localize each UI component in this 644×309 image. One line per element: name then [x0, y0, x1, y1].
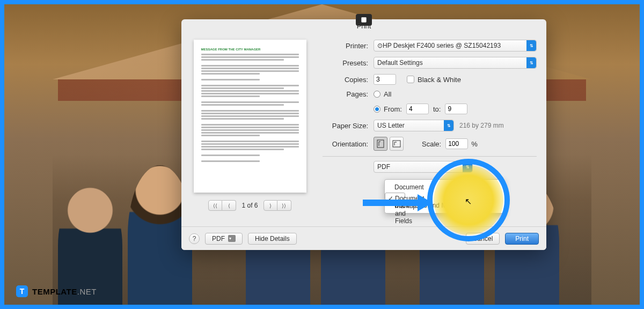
page-nav: ⟨⟨ ⟨ 1 of 6 ⟩ ⟩⟩ [208, 200, 291, 211]
preview-panel: MESSAGE FROM THE CITY MANAGER ⟨⟨ ⟨ 1 of … [181, 33, 318, 237]
presets-label: Presets: [323, 59, 374, 67]
page-preview: MESSAGE FROM THE CITY MANAGER [194, 40, 306, 193]
pages-to-input[interactable] [445, 104, 467, 114]
pages-from-radio[interactable] [374, 106, 380, 113]
menu-documents-markups[interactable]: Documents and Markups [385, 200, 504, 211]
print-button[interactable]: Print [505, 233, 539, 245]
help-button[interactable]: ? [189, 233, 200, 244]
printer-select[interactable]: ⊙ HP Deskjet F2400 series @ SZ15042193⇅ [374, 40, 537, 52]
copies-label: Copies: [323, 76, 374, 84]
chevron-down-icon: ▾ [228, 235, 236, 242]
page-indicator: 1 of 6 [241, 202, 258, 209]
svg-rect-2 [393, 141, 400, 147]
copies-input[interactable] [374, 74, 396, 85]
menu-document-markups-fields[interactable]: Document, Markups and Fields [385, 193, 405, 200]
bw-label: Black & White [418, 76, 461, 84]
pages-label: Pages: [323, 90, 374, 98]
template-logo-icon: T [16, 285, 28, 297]
papersize-label: Paper Size: [323, 122, 374, 130]
scale-pct: % [471, 140, 478, 148]
next-page-button[interactable]: ⟩ [264, 200, 277, 211]
papersize-select[interactable]: US Letter⇅ [374, 120, 454, 131]
last-page-button[interactable]: ⟩⟩ [277, 200, 291, 211]
pdf-menu-button[interactable]: PDF▾ [205, 233, 243, 245]
papersize-dim: 216 by 279 mm [459, 122, 504, 129]
scale-label: Scale: [422, 140, 441, 148]
comments-forms-menu[interactable]: Document Document, Markups and Fields Do… [384, 179, 505, 214]
dialog-title: Print [181, 19, 546, 33]
menu-document[interactable]: Document [385, 182, 504, 193]
pages-from-label: From: [384, 105, 402, 113]
watermark: T TEMPLATE.NET [16, 285, 97, 297]
chevron-updown-icon: ⇅ [526, 57, 536, 68]
printer-label: Printer: [323, 42, 374, 50]
print-dialog: Print MESSAGE FROM THE CITY MANAGER ⟨⟨ ⟨ [181, 19, 546, 250]
chevron-updown-icon: ⇅ [526, 40, 536, 51]
chevron-updown-icon: ⇅ [463, 161, 472, 172]
bw-checkbox[interactable] [407, 76, 414, 83]
chevron-updown-icon: ⇅ [444, 120, 453, 131]
pdf-section-select[interactable]: PDF⇅ [374, 161, 473, 173]
orientation-label: Orientation: [323, 140, 374, 148]
svg-rect-1 [377, 140, 384, 148]
dialog-footer: ? PDF▾ Hide Details Cancel Print [181, 226, 546, 250]
doc-heading: MESSAGE FROM THE CITY MANAGER [201, 47, 299, 52]
pages-all-label: All [384, 90, 391, 98]
pages-from-input[interactable] [406, 104, 429, 114]
presets-select[interactable]: Default Settings⇅ [374, 57, 537, 69]
scale-input[interactable] [445, 138, 468, 149]
pages-all-radio[interactable] [374, 91, 380, 98]
portrait-button[interactable] [374, 137, 387, 151]
pages-to-label: to: [433, 105, 441, 113]
cancel-button[interactable]: Cancel [466, 233, 500, 245]
prev-page-button[interactable]: ⟨ [222, 200, 236, 211]
landscape-button[interactable] [390, 137, 404, 151]
first-page-button[interactable]: ⟨⟨ [208, 200, 222, 211]
hide-details-button[interactable]: Hide Details [248, 233, 297, 245]
